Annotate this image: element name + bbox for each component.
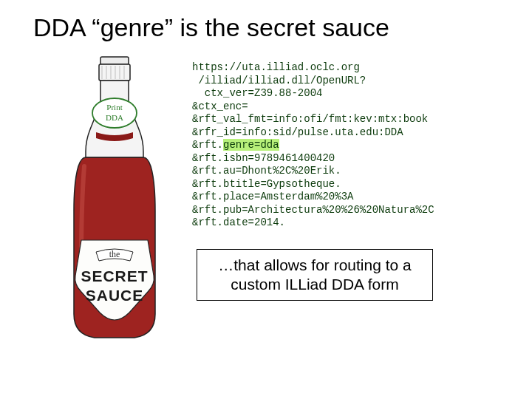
url-line-5: &rfr_id=info:sid/pulse.uta.edu:DDA [192, 126, 502, 140]
url-l6-prefix: &rft. [192, 139, 223, 151]
svg-rect-1 [99, 64, 130, 81]
url-line-11: &rft.pub=Architectura%20%26%20Natura%2C [192, 204, 502, 217]
slide-title: DDA “genre” is the secret sauce [0, 0, 532, 42]
bottle-illustration: Print DDA the SECRET SAUCE [52, 55, 177, 344]
url-line-0: https://uta.illiad.oclc.org [192, 61, 502, 75]
label-big-line1: SECRET [81, 267, 148, 284]
url-line-2: ctx_ver=Z39.88-2004 [192, 87, 502, 100]
url-line-6: &rft.genre=dda [192, 139, 502, 152]
url-line-7: &rft.isbn=9789461400420 [192, 152, 502, 166]
url-line-12: &rft.date=2014. [192, 216, 502, 230]
url-line-9: &rft.btitle=Gypsotheque. [192, 178, 502, 191]
url-line-4: &rft_val_fmt=info:ofi/fmt:kev:mtx:book [192, 113, 502, 126]
content-area: Print DDA the SECRET SAUCE https://uta.i… [0, 42, 532, 344]
url-line-8: &rft.au=Dhont%2C%20Erik. [192, 165, 502, 178]
ketchup-bottle-svg: Print DDA the SECRET SAUCE [52, 55, 177, 344]
svg-rect-0 [100, 57, 129, 64]
label-big-line2: SAUCE [86, 287, 144, 304]
neck-label-line2: DDA [106, 113, 123, 122]
url-line-10: &rft.place=Amsterdam%20%3A [192, 191, 502, 204]
caption-box: …that allows for routing to a custom ILL… [197, 249, 433, 301]
label-small-text: the [109, 249, 120, 259]
genre-highlight: genre=dda [223, 139, 279, 151]
neck-label-line1: Print [106, 103, 122, 112]
url-line-1: /illiad/illiad.dll/OpenURL? [192, 75, 502, 88]
openurl-block: https://uta.illiad.oclc.org /illiad/illi… [192, 55, 502, 344]
url-line-3: &ctx_enc= [192, 100, 502, 114]
